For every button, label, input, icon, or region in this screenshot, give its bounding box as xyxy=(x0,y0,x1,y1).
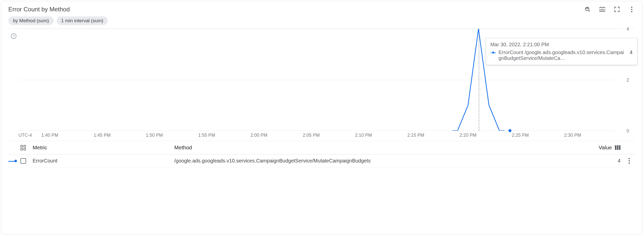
row-more-icon[interactable] xyxy=(623,158,635,164)
svg-line-1 xyxy=(589,10,590,12)
tooltip-series-label: ErrorCount /google.ads.googleads.v10.ser… xyxy=(499,50,624,61)
col-header-method[interactable]: Method xyxy=(174,145,588,151)
x-tick: 2:30 PM xyxy=(564,133,581,138)
hover-tooltip: Mar 30, 2022, 2:21:00 PM ErrorCount /goo… xyxy=(486,38,637,65)
y-tick-4: 4 xyxy=(627,27,629,32)
card-toolbar xyxy=(584,6,635,13)
x-tick: 2:00 PM xyxy=(250,133,267,138)
legend-toggle-icon[interactable] xyxy=(599,6,606,13)
y-tick-0: 0 xyxy=(627,128,629,134)
x-tick: 2:05 PM xyxy=(303,133,320,138)
cell-method: /google.ads.googleads.v10.services.Campa… xyxy=(174,158,588,164)
columns-icon[interactable] xyxy=(615,145,620,150)
x-tick: 2:20 PM xyxy=(460,133,477,138)
col-header-metric[interactable]: Metric xyxy=(33,145,174,151)
legend-header-row: Metric Method Value xyxy=(8,141,635,154)
more-options-icon[interactable] xyxy=(628,6,635,13)
x-tick: 2:10 PM xyxy=(355,133,372,138)
card-header: Error Count by Method xyxy=(1,1,642,13)
tooltip-timestamp: Mar 30, 2022, 2:21:00 PM xyxy=(490,42,633,48)
cell-metric: ErrorCount xyxy=(33,158,174,164)
chip-interval[interactable]: 1 min interval (sum) xyxy=(57,16,108,25)
y-tick-2: 2 xyxy=(627,77,629,83)
chart-help-icon[interactable]: ? xyxy=(11,33,16,39)
legend-row[interactable]: ErrorCount /google.ads.googleads.v10.ser… xyxy=(8,154,635,168)
x-tick: 1:40 PM xyxy=(41,133,58,138)
fullscreen-icon[interactable] xyxy=(613,6,620,13)
legend-table: Metric Method Value ErrorCount /google.a… xyxy=(8,141,635,168)
group-selector-icon[interactable] xyxy=(20,145,33,150)
chip-row: by Method (sum) 1 min interval (sum) xyxy=(1,13,642,29)
tooltip-value: 4 xyxy=(630,50,633,55)
timezone-label: UTC-4 xyxy=(18,133,32,138)
series-checkbox[interactable] xyxy=(20,158,26,164)
x-tick: 1:50 PM xyxy=(146,133,163,138)
reset-zoom-icon[interactable] xyxy=(584,6,591,13)
x-tick: 1:55 PM xyxy=(198,133,215,138)
x-tick: 1:45 PM xyxy=(94,133,111,138)
x-axis: UTC-4 1:40 PM 1:45 PM 1:50 PM 1:55 PM 2:… xyxy=(18,131,614,141)
x-tick: 2:15 PM xyxy=(407,133,424,138)
metric-card: Error Count by Method xyxy=(1,1,642,234)
chart-plot[interactable]: 4 2 0 Mar 30, 2022, 2:21:00 PM ErrorCoun… xyxy=(18,29,614,131)
chip-group-by[interactable]: by Method (sum) xyxy=(8,16,54,25)
cell-value: 4 xyxy=(588,158,623,164)
tooltip-series-swatch xyxy=(490,51,496,54)
chart-area[interactable]: ? 4 2 0 Mar 30, 2022, 2:21:00 PM ErrorCo… xyxy=(8,29,635,141)
card-title: Error Count by Method xyxy=(8,6,70,13)
x-tick: 2:25 PM xyxy=(512,133,529,138)
col-header-value[interactable]: Value xyxy=(599,145,612,151)
series-swatch xyxy=(8,159,16,163)
